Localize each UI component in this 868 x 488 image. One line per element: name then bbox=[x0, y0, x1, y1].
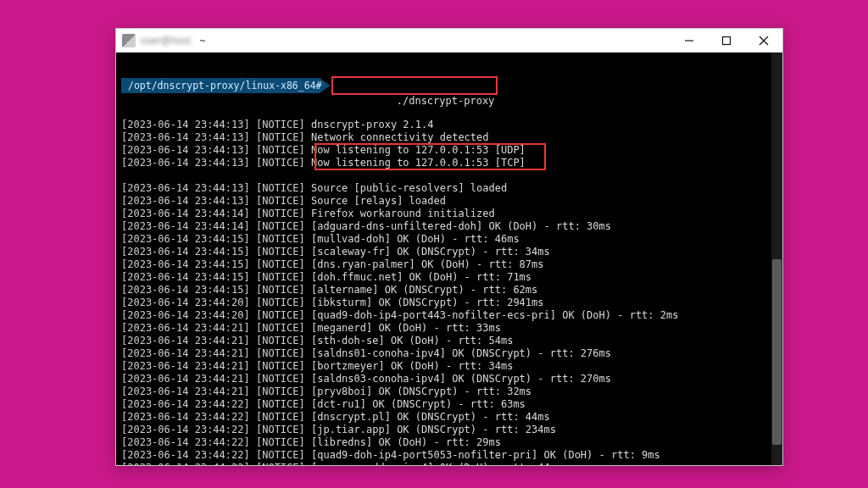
close-button[interactable] bbox=[745, 29, 782, 53]
log-line: [2023-06-14 23:44:15] [NOTICE] [dns.ryan… bbox=[121, 258, 766, 271]
log-line: [2023-06-14 23:44:13] [NOTICE] Source [r… bbox=[121, 195, 766, 208]
command-text: ./dnscrypt-proxy bbox=[397, 95, 495, 107]
log-line: [2023-06-14 23:44:20] [NOTICE] [ibksturm… bbox=[121, 297, 766, 309]
log-line: [2023-06-14 23:44:22] [NOTICE] [quad9-do… bbox=[121, 449, 766, 462]
log-line: [2023-06-14 23:44:14] [NOTICE] Firefox w… bbox=[121, 208, 766, 220]
log-line: [2023-06-14 23:44:20] [NOTICE] [quad9-do… bbox=[121, 309, 766, 322]
prompt-command: ./dnscrypt-proxy bbox=[330, 78, 499, 93]
log-line: [2023-06-14 23:44:22] [NOTICE] [libredns… bbox=[121, 436, 766, 449]
log-line: [2023-06-14 23:44:21] [NOTICE] [saldns01… bbox=[121, 347, 766, 360]
terminal-area[interactable]: /opt/dnscrypt-proxy/linux-x86_64# ./dnsc… bbox=[116, 53, 782, 465]
log-line: [2023-06-14 23:44:13] [NOTICE] Now liste… bbox=[121, 157, 766, 169]
log-line: [2023-06-14 23:44:15] [NOTICE] [doh.ffmu… bbox=[121, 271, 766, 284]
scrollbar-thumb[interactable] bbox=[772, 259, 782, 445]
log-line bbox=[121, 169, 766, 182]
log-line: [2023-06-14 23:44:22] [NOTICE] [uncensor… bbox=[121, 462, 766, 465]
log-line: [2023-06-14 23:44:21] [NOTICE] [bortzmey… bbox=[121, 360, 766, 373]
log-line: [2023-06-14 23:44:13] [NOTICE] Network c… bbox=[121, 131, 766, 144]
log-line: [2023-06-14 23:44:21] [NOTICE] [saldns03… bbox=[121, 373, 766, 385]
log-line: [2023-06-14 23:44:13] [NOTICE] Now liste… bbox=[121, 144, 766, 157]
log-line: [2023-06-14 23:44:15] [NOTICE] [scaleway… bbox=[121, 246, 766, 258]
log-line: [2023-06-14 23:44:13] [NOTICE] dnscrypt-… bbox=[121, 119, 766, 131]
app-icon bbox=[122, 34, 136, 47]
svg-rect-1 bbox=[723, 36, 731, 44]
log-line: [2023-06-14 23:44:22] [NOTICE] [jp.tiar.… bbox=[121, 424, 766, 436]
minimize-button[interactable] bbox=[670, 29, 708, 53]
scrollbar[interactable] bbox=[771, 53, 782, 465]
log-line: [2023-06-14 23:44:22] [NOTICE] [dct-ru1]… bbox=[121, 398, 766, 411]
terminal-output[interactable]: /opt/dnscrypt-proxy/linux-x86_64# ./dnsc… bbox=[116, 53, 771, 465]
log-line: [2023-06-14 23:44:21] [NOTICE] [pryv8boi… bbox=[121, 385, 766, 398]
log-line: [2023-06-14 23:44:22] [NOTICE] [dnscrypt… bbox=[121, 411, 766, 424]
highlight-command-box bbox=[331, 76, 498, 95]
log-line: [2023-06-14 23:44:13] [NOTICE] Source [p… bbox=[121, 182, 766, 195]
window-title-blur: user@host: bbox=[141, 35, 193, 47]
log-line: [2023-06-14 23:44:21] [NOTICE] [meganerd… bbox=[121, 322, 766, 335]
terminal-window: user@host: ~ /opt/dnscrypt-proxy/linux-x… bbox=[115, 28, 783, 466]
log-line: [2023-06-14 23:44:14] [NOTICE] [adguard-… bbox=[121, 220, 766, 233]
prompt-path: /opt/dnscrypt-proxy/linux-x86_64# bbox=[121, 78, 330, 93]
log-line: [2023-06-14 23:44:15] [NOTICE] [alternam… bbox=[121, 284, 766, 297]
log-line: [2023-06-14 23:44:15] [NOTICE] [mullvad-… bbox=[121, 233, 766, 246]
window-title-tilde: ~ bbox=[200, 35, 206, 47]
titlebar[interactable]: user@host: ~ bbox=[116, 29, 782, 53]
log-line: [2023-06-14 23:44:21] [NOTICE] [sth-doh-… bbox=[121, 335, 766, 347]
maximize-button[interactable] bbox=[708, 29, 745, 53]
log-lines: [2023-06-14 23:44:13] [NOTICE] dnscrypt-… bbox=[121, 119, 766, 465]
prompt-row: /opt/dnscrypt-proxy/linux-x86_64# ./dnsc… bbox=[121, 78, 766, 93]
